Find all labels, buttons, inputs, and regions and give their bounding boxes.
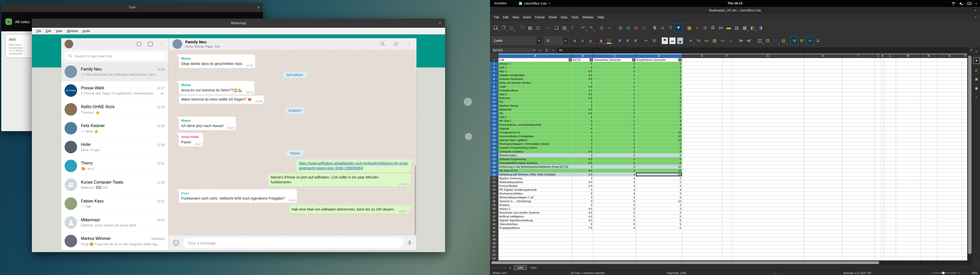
cell-C27[interactable]: 3 <box>593 157 636 161</box>
cell-H2[interactable] <box>804 62 842 66</box>
cell-I8[interactable] <box>842 85 875 89</box>
cell-L4[interactable] <box>884 70 896 73</box>
cell-K41[interactable] <box>881 211 884 215</box>
cell-M41[interactable] <box>896 211 921 215</box>
cell-J41[interactable] <box>875 211 881 215</box>
status-icon[interactable] <box>137 42 142 47</box>
cell-H50[interactable] <box>804 245 842 249</box>
cell-G51[interactable] <box>732 249 804 253</box>
cell-B29[interactable]: 2 <box>573 165 593 169</box>
cell-B12[interactable]: 3 <box>573 100 593 104</box>
cell-G10[interactable] <box>732 92 804 96</box>
cell-E32[interactable] <box>682 177 722 180</box>
cell-B14[interactable]: 4.5 <box>573 108 593 112</box>
cell-E27[interactable] <box>682 157 722 161</box>
cell-B32[interactable]: 3 <box>573 177 593 180</box>
cell-I6[interactable] <box>842 77 875 81</box>
align-left-button[interactable]: ≡ <box>616 36 624 45</box>
cell-K39[interactable] <box>881 203 884 207</box>
cell-P33[interactable] <box>962 180 967 184</box>
cell-D42[interactable]: 5 <box>636 215 682 218</box>
document-modified-icon[interactable]: ▱ <box>777 272 780 275</box>
cell-N42[interactable] <box>921 215 937 218</box>
cell-O39[interactable] <box>937 203 962 207</box>
cell-L38[interactable] <box>884 199 896 203</box>
cell-D26[interactable]: 5 <box>636 153 682 157</box>
undo-button[interactable]: ↶▾ <box>579 24 587 32</box>
cell-A11[interactable]: BeKomp <box>498 96 573 100</box>
close-document-icon[interactable]: × <box>975 16 977 19</box>
cell-O46[interactable] <box>937 230 962 234</box>
cell-N1[interactable] <box>921 58 937 62</box>
cell-I28[interactable] <box>842 161 875 165</box>
cell-P42[interactable] <box>962 215 967 218</box>
cell-P12[interactable] <box>962 100 967 104</box>
cell-I47[interactable] <box>842 234 875 237</box>
row-header-29[interactable]: 29 <box>490 165 498 169</box>
cell-L24[interactable] <box>884 146 896 150</box>
cell-B40[interactable]: 4.5 <box>573 207 593 211</box>
cell-J9[interactable] <box>875 89 881 92</box>
cell-A1[interactable]: LVA▼ <box>498 58 573 62</box>
cell-M24[interactable] <box>896 146 921 150</box>
cell-L37[interactable] <box>884 196 896 199</box>
cell-I22[interactable] <box>842 138 875 142</box>
cell-C37[interactable]: 4 <box>593 196 636 199</box>
cell-J51[interactable] <box>875 249 881 253</box>
cell-F27[interactable] <box>722 157 732 161</box>
cell-P19[interactable] <box>962 127 967 131</box>
chat-list-item[interactable]: Fabian Kass10:22✓✓Jap <box>61 194 169 213</box>
cell-M46[interactable] <box>896 230 921 234</box>
cell-B46[interactable] <box>573 230 593 234</box>
cell-E3[interactable] <box>682 66 722 70</box>
cell-P48[interactable] <box>962 237 967 242</box>
cell-E23[interactable] <box>682 142 722 146</box>
cell-E40[interactable] <box>682 207 722 211</box>
cell-D13[interactable]: 2 <box>636 104 682 108</box>
cell-M7[interactable] <box>896 81 921 85</box>
insert-column-left-button[interactable]: ⊟ <box>624 24 632 32</box>
cell-P41[interactable] <box>962 211 967 215</box>
cell-A39[interactable]: Analysis <box>498 203 573 207</box>
cell-C23[interactable]: 3 <box>593 142 636 146</box>
center-vertically-button[interactable]: ▬ <box>670 38 676 44</box>
cell-P37[interactable] <box>962 196 967 199</box>
cell-M35[interactable] <box>896 188 921 192</box>
cell-D51[interactable] <box>636 249 682 253</box>
cell-A26[interactable]: Bioinformatics <box>498 153 573 157</box>
cell-D33[interactable]: 2 <box>636 180 682 184</box>
cell-O10[interactable] <box>937 92 962 96</box>
cell-H37[interactable] <box>804 196 842 199</box>
cell-M52[interactable] <box>896 253 921 257</box>
cell-P49[interactable] <box>962 242 967 245</box>
cell-L51[interactable] <box>884 249 896 253</box>
message-bubble-in[interactable]: MamaIch fahre jetzt nach Hause!16:31 <box>179 117 236 130</box>
cell-K36[interactable] <box>881 192 884 196</box>
cell-P27[interactable] <box>962 157 967 161</box>
cell-O11[interactable] <box>937 96 962 100</box>
cell-F8[interactable] <box>722 85 732 89</box>
cell-K35[interactable] <box>881 188 884 192</box>
cell-G4[interactable] <box>732 70 804 73</box>
row-header-35[interactable]: 35 <box>490 188 498 192</box>
cell-M36[interactable] <box>896 192 921 196</box>
row-header-52[interactable]: 52 <box>490 253 498 257</box>
cell-C6[interactable]: 1 <box>593 77 636 81</box>
cell-O3[interactable] <box>937 66 962 70</box>
cell-H41[interactable] <box>804 211 842 215</box>
cell-F26[interactable] <box>722 153 732 157</box>
cell-G22[interactable] <box>732 138 804 142</box>
cell-E16[interactable] <box>682 115 722 119</box>
chevron-down-icon[interactable]: ▼ <box>563 37 568 44</box>
cell-H29[interactable] <box>804 165 842 169</box>
cell-H11[interactable] <box>804 96 842 100</box>
cell-G7[interactable] <box>732 81 804 85</box>
cell-J17[interactable] <box>875 119 881 123</box>
cell-A42[interactable]: Artificial Intelligence <box>498 215 573 218</box>
cell-G38[interactable] <box>732 199 804 203</box>
pivot-table-button[interactable]: ⊞ <box>701 24 709 32</box>
cell-G25[interactable] <box>732 150 804 153</box>
cell-G45[interactable] <box>732 226 804 230</box>
cell-E12[interactable] <box>682 100 722 104</box>
row-header-33[interactable]: 33 <box>490 180 498 184</box>
